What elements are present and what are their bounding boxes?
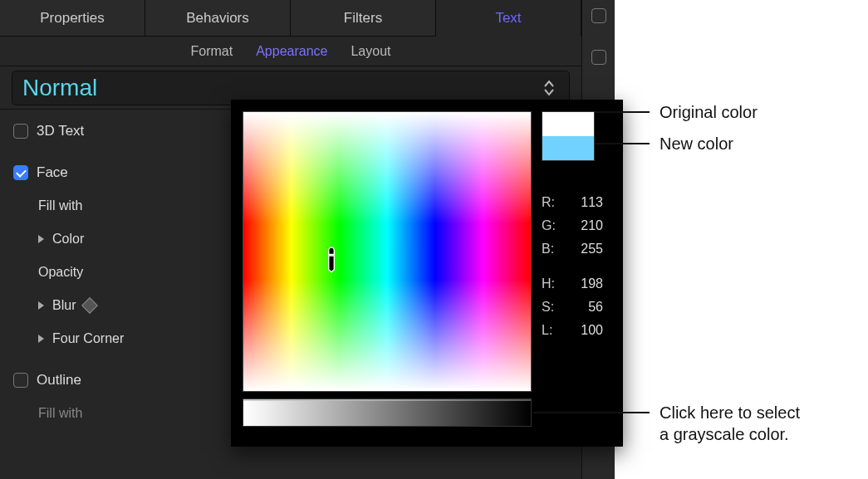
keyframe-diamond-icon[interactable] [82, 297, 99, 314]
tab-label: Text [495, 10, 521, 27]
callout-text-line2: a grayscale color. [660, 425, 789, 443]
subtab-layout[interactable]: Layout [351, 44, 390, 59]
picker-right-column: R: 113 G: 210 B: 255 H: 198 S: 56 L: 100 [542, 111, 611, 435]
callout-text-line1: Click here to select [660, 403, 800, 422]
readout-g-value: 210 [565, 214, 603, 237]
label-fill-with: Fill with [38, 198, 82, 213]
checkbox-3d-text[interactable] [13, 124, 28, 139]
readout-s-label: S: [542, 296, 565, 319]
readout-h-label: H: [542, 272, 565, 296]
readout-b-value: 255 [565, 237, 603, 261]
tab-label: Behaviors [186, 10, 249, 27]
main-tabs: Properties Behaviors Filters Text [0, 0, 581, 37]
grayscale-strip[interactable] [243, 398, 532, 427]
stepper-icon [544, 81, 559, 95]
preset-name: Normal [22, 75, 97, 101]
readout-g-label: G: [542, 214, 565, 237]
readout-h-value: 198 [565, 272, 603, 296]
color-picker-popover: R: 113 G: 210 B: 255 H: 198 S: 56 L: 100 [231, 100, 623, 447]
disclosure-triangle-icon[interactable] [38, 301, 44, 310]
sub-tabs: Format Appearance Layout [0, 37, 581, 66]
readout-l-label: L: [542, 319, 565, 342]
checkbox-outline[interactable] [13, 373, 28, 388]
subtab-appearance[interactable]: Appearance [256, 44, 327, 59]
original-color-swatch[interactable] [542, 112, 594, 136]
picker-left-column [243, 111, 532, 435]
readout-b-label: B: [542, 237, 565, 261]
layer-visibility-checkbox[interactable] [591, 50, 606, 65]
readout-r-label: R: [542, 191, 565, 214]
new-color-swatch[interactable] [542, 136, 594, 160]
readout-l-value: 100 [565, 319, 603, 342]
label-3d-text: 3D Text [37, 123, 84, 139]
callout-new-color: New color [660, 133, 733, 154]
tab-properties[interactable]: Properties [0, 0, 145, 37]
label-four-corner: Four Corner [52, 331, 124, 346]
label-opacity: Opacity [38, 265, 83, 280]
callout-original-color: Original color [660, 101, 758, 123]
label-blur: Blur [52, 298, 76, 313]
tab-text[interactable]: Text [436, 0, 581, 37]
tab-behaviors[interactable]: Behaviors [145, 0, 291, 37]
disclosure-triangle-icon[interactable] [38, 235, 44, 243]
subtab-format[interactable]: Format [190, 44, 233, 59]
color-readout: R: 113 G: 210 B: 255 H: 198 S: 56 L: 100 [542, 191, 611, 342]
tab-label: Filters [344, 10, 382, 27]
tab-filters[interactable]: Filters [291, 0, 436, 37]
callout-grayscale: Click here to select a grayscale color. [660, 402, 800, 445]
checkbox-face[interactable] [13, 165, 28, 180]
color-spectrum[interactable] [243, 111, 532, 392]
label-color: Color [52, 232, 84, 247]
label-outline-fill-with: Fill with [38, 406, 82, 421]
callout-text: Original color [660, 103, 758, 121]
disclosure-triangle-icon[interactable] [38, 335, 44, 343]
readout-r-value: 113 [565, 191, 603, 214]
eyedropper-icon[interactable] [315, 243, 348, 276]
label-outline: Outline [37, 372, 81, 389]
layer-visibility-checkbox[interactable] [591, 8, 606, 23]
readout-s-value: 56 [565, 296, 603, 319]
callout-text: New color [660, 134, 733, 153]
tab-label: Properties [40, 10, 104, 27]
label-face: Face [37, 164, 68, 181]
color-swatch-pair [542, 111, 595, 161]
